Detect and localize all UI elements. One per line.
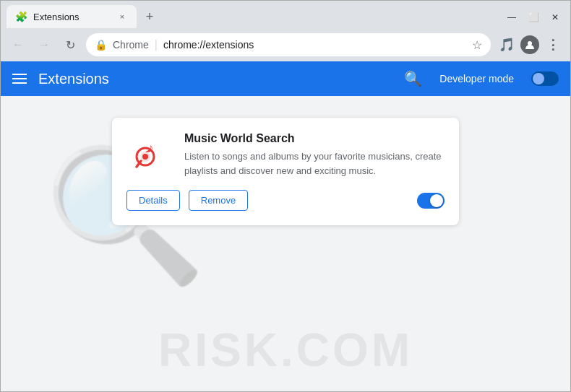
active-tab[interactable]: 🧩 Extensions × [7, 5, 137, 28]
chrome-menu-button[interactable]: ⋮ [543, 35, 563, 55]
details-button[interactable]: Details [126, 190, 180, 211]
card-top: ♪ Music World Search Listen to songs and… [126, 132, 445, 178]
maximize-button[interactable]: ⬜ [524, 11, 543, 24]
hamburger-line-1 [12, 74, 27, 75]
extension-info: Music World Search Listen to songs and a… [184, 132, 445, 178]
svg-point-4 [142, 154, 148, 160]
title-bar: 🧩 Extensions × + — ⬜ ✕ [1, 1, 570, 28]
extension-icon: ♪ [131, 136, 168, 174]
extension-name: Music World Search [184, 132, 445, 145]
back-button[interactable]: ← [8, 35, 28, 55]
extension-enable-toggle[interactable] [417, 193, 445, 209]
tab-extension-icon: 🧩 [15, 11, 27, 22]
minimize-button[interactable]: — [502, 11, 521, 24]
window-controls: — ⬜ ✕ [502, 11, 564, 28]
developer-mode-toggle[interactable] [531, 71, 559, 86]
profile-avatar [520, 35, 539, 54]
forward-button[interactable]: → [34, 35, 54, 55]
extension-card: ♪ Music World Search Listen to songs and… [112, 118, 459, 225]
lock-icon: 🔒 [95, 39, 107, 51]
hamburger-line-3 [12, 82, 27, 84]
hamburger-menu-button[interactable] [12, 74, 27, 84]
chrome-label: Chrome [113, 39, 149, 51]
extension-icon-wrapper: ♪ [126, 132, 173, 178]
menu-dots-icon: ⋮ [546, 37, 560, 53]
toggle-thumb [533, 73, 544, 84]
toolbar-icons: 🎵 ⋮ [497, 35, 563, 55]
extension-description: Listen to songs and albums by your favor… [184, 149, 445, 178]
tab-close-button[interactable]: × [116, 11, 128, 22]
card-bottom: Details Remove [126, 190, 445, 211]
refresh-button[interactable]: ↻ [60, 35, 80, 55]
profile-button[interactable] [520, 35, 540, 55]
dev-mode-label: Developer mode [439, 73, 514, 84]
url-text: chrome://extensions [163, 39, 254, 51]
hamburger-line-2 [12, 78, 27, 79]
omnibox[interactable]: 🔒 Chrome | chrome://extensions ☆ [86, 33, 491, 56]
remove-button[interactable]: Remove [189, 190, 248, 211]
search-icon[interactable]: 🔍 [404, 70, 422, 87]
bookmark-star-icon[interactable]: ☆ [472, 38, 482, 52]
browser-window: 🧩 Extensions × + — ⬜ ✕ ← → ↻ 🔒 Chrome | … [0, 0, 571, 392]
close-button[interactable]: ✕ [546, 11, 564, 24]
music-world-toolbar-icon: 🎵 [499, 37, 515, 53]
address-bar: ← → ↻ 🔒 Chrome | chrome://extensions ☆ 🎵 [1, 28, 570, 61]
main-content: 🔍 ♪ Music World Search L [1, 96, 570, 391]
svg-text:♪: ♪ [148, 141, 153, 153]
extensions-header-title: Extensions [38, 71, 392, 87]
new-tab-button[interactable]: + [139, 6, 160, 27]
tab-title: Extensions [33, 12, 111, 22]
extension-toolbar-icon[interactable]: 🎵 [497, 35, 517, 55]
url-separator: | [155, 38, 158, 51]
extensions-header: Extensions 🔍 Developer mode [1, 61, 570, 96]
extension-toggle-thumb [430, 194, 443, 207]
watermark-text: RISK.COM [158, 323, 413, 377]
